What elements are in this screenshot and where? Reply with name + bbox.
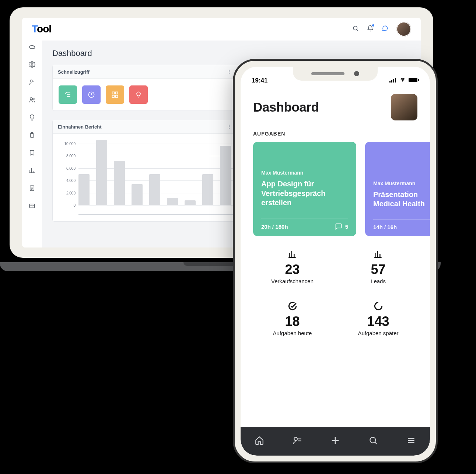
svg-rect-27 [389,81,391,82]
signal-icon [389,77,397,84]
svg-rect-33 [418,79,419,81]
svg-line-48 [375,442,377,444]
stat-tile[interactable]: 57Leads [339,249,417,284]
search-icon[interactable] [352,25,359,33]
spinner-icon [339,301,417,312]
task-progress: 14h / 16h [373,224,397,230]
bookmark-icon[interactable] [29,150,35,158]
page-title: Dashboard [52,49,410,58]
task-title: App Design für Vertriebsgespräch erstell… [261,179,348,208]
svg-rect-24 [112,95,115,98]
chart-bar [149,174,160,205]
tab-menu-icon[interactable] [406,436,416,447]
stat-label: Aufgaben später [339,330,417,336]
chart-bar [96,140,107,205]
phone-frame: 19:41 Dashboard AUFGABEN Max MustermannA… [233,59,438,463]
svg-point-31 [402,81,403,82]
avatar[interactable] [391,94,417,120]
chart-bar [167,198,178,205]
mail-icon[interactable] [29,203,35,211]
stat-value: 143 [339,314,417,329]
stat-label: Verkaufschancen [253,278,332,284]
task-owner: Max Mustermann [373,180,430,186]
task-card[interactable]: Max MustermannApp Design für Vertriebsge… [253,142,356,236]
chart-bar [220,146,231,205]
quick-access-card: Schnellzugriff ⋮⋮ [52,65,244,111]
stat-tile[interactable]: 23Verkaufschancen [253,249,332,284]
quick-tile-idea[interactable] [129,85,148,104]
svg-point-6 [33,98,35,100]
chart-bar [78,174,90,205]
y-tick: 0 [78,205,234,206]
tab-search-icon[interactable] [368,436,378,447]
task-card[interactable]: Max MustermannPräsentation Medical Healt… [365,142,430,236]
stat-tile[interactable]: 18Aufgaben heute [253,301,332,336]
task-cards-row: Max MustermannApp Design für Vertriebsge… [253,142,417,236]
revenue-card: Einnahmen Bericht ⋮⋮ 10.0008.0006.0004.0… [52,120,244,222]
users-icon[interactable] [29,96,35,105]
status-time: 19:41 [252,77,267,84]
svg-line-1 [357,29,358,31]
bars-icon [253,249,332,260]
chart-bar [185,200,196,205]
svg-rect-32 [409,78,417,82]
lightbulb-icon[interactable] [29,114,35,122]
stat-tile[interactable]: 143Aufgaben später [339,301,417,336]
task-progress: 20h / 180h [261,224,288,230]
svg-rect-23 [116,92,118,94]
quick-access-title: Schnellzugriff [58,69,90,75]
gear-icon[interactable] [29,61,35,69]
svg-rect-22 [112,92,115,94]
svg-rect-25 [116,95,118,98]
svg-rect-28 [391,80,392,82]
clipboard-icon[interactable] [29,132,35,140]
tab-plus-icon[interactable] [330,435,340,447]
tasks-section-label: AUFGABEN [253,131,417,137]
tab-person-icon[interactable] [293,436,302,447]
battery-icon [409,77,419,84]
wifi-icon [399,77,406,84]
quick-tile-clock[interactable] [82,85,101,104]
user-minus-icon[interactable] [29,79,35,87]
svg-rect-29 [393,79,394,82]
svg-point-47 [370,437,376,443]
task-title: Präsentation Medical Health [373,190,430,209]
quick-tile-list[interactable] [59,85,77,104]
revenue-title: Einnahmen Bericht [58,124,101,130]
svg-point-5 [30,98,32,100]
brand-logo[interactable]: Tool [32,23,51,35]
chat-icon[interactable] [382,25,388,33]
bar-chart-icon[interactable] [29,167,35,175]
chart-bar [202,174,213,205]
svg-rect-30 [395,78,396,82]
phone-notch [293,67,378,81]
revenue-chart: 10.0008.0006.0004.0002.0000 [59,137,238,215]
brand-initial: T [32,23,37,35]
svg-point-3 [30,80,32,82]
app-header: Tool [22,18,421,41]
cloud-icon[interactable] [29,43,35,52]
task-owner: Max Mustermann [261,170,348,176]
stat-value: 23 [253,262,332,277]
check-icon [253,301,332,312]
quick-tile-qr[interactable] [106,85,124,104]
avatar[interactable] [396,22,411,36]
chart-bar [132,184,143,205]
stat-label: Aufgaben heute [253,330,332,336]
phone-screen: 19:41 Dashboard AUFGABEN Max MustermannA… [241,67,430,456]
tab-home-icon[interactable] [255,436,264,447]
phone-page-title: Dashboard [253,100,319,115]
document-icon[interactable] [29,185,35,193]
sidebar-rail [22,41,42,247]
svg-point-2 [31,64,33,66]
chart-bar [114,161,125,205]
stats-grid: 23Verkaufschancen57Leads18Aufgaben heute… [253,249,417,336]
brand-rest: ool [37,23,51,35]
bars-icon [339,249,417,260]
tab-bar [241,427,430,456]
bell-icon[interactable] [367,25,374,33]
stat-value: 57 [339,262,417,277]
svg-point-0 [353,26,357,30]
stat-label: Leads [339,278,417,284]
stat-value: 18 [253,314,332,329]
